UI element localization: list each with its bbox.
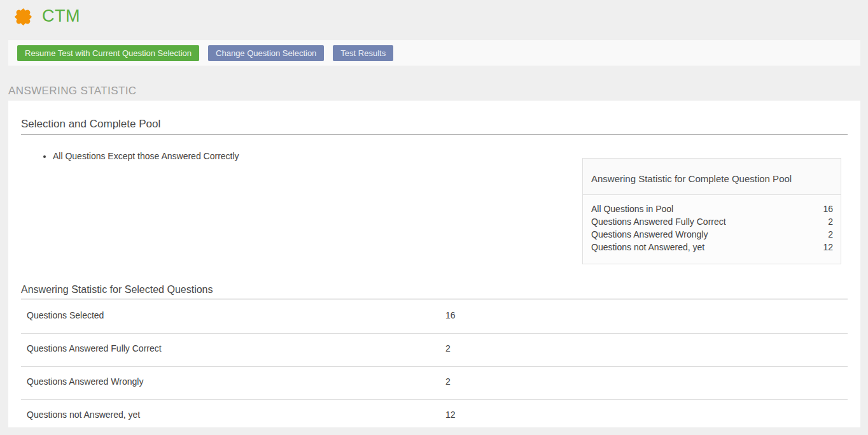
pool-stat-row: Questions Answered Wrongly 2	[591, 228, 833, 241]
test-results-button[interactable]: Test Results	[333, 45, 393, 61]
puzzle-icon	[12, 6, 34, 27]
row-value: 2	[445, 343, 451, 353]
stat-value: 2	[828, 215, 833, 228]
pool-stat-row: Questions not Answered, yet 12	[591, 241, 833, 253]
table-row: Questions Selected 16	[21, 301, 848, 334]
section-title: ANSWERING STATISTIC	[8, 85, 137, 97]
row-value: 12	[445, 410, 456, 420]
stat-label: All Questions in Pool	[591, 203, 673, 215]
table-row: Questions not Answered, yet 12	[21, 400, 848, 433]
row-value: 16	[445, 310, 456, 320]
toolbar: Resume Test with Current Question Select…	[8, 40, 860, 66]
row-label: Questions Selected	[27, 310, 104, 320]
pool-box-body: All Questions in Pool 16 Questions Answe…	[583, 195, 841, 264]
row-label: Questions Answered Wrongly	[27, 376, 143, 387]
change-question-selection-button[interactable]: Change Question Selection	[208, 45, 324, 61]
complete-pool-box: Answering Statistic for Complete Questio…	[582, 158, 841, 264]
stat-value: 2	[828, 228, 833, 241]
app-title: CTM	[42, 6, 80, 26]
pool-box-title: Answering Statistic for Complete Questio…	[583, 159, 841, 195]
pool-stat-row: Questions Answered Fully Correct 2	[591, 215, 833, 228]
table-row: Questions Answered Wrongly 2	[21, 367, 848, 400]
table-row: Questions Answered Fully Correct 2	[21, 334, 848, 367]
stat-label: Questions Answered Wrongly	[591, 228, 708, 241]
row-value: 2	[445, 376, 451, 387]
row-label: Questions Answered Fully Correct	[27, 343, 162, 353]
resume-test-button[interactable]: Resume Test with Current Question Select…	[17, 45, 199, 61]
stat-label: Questions Answered Fully Correct	[591, 215, 726, 228]
stat-value: 12	[823, 241, 833, 253]
selection-pool-section: All Questions Except those Answered Corr…	[21, 150, 848, 284]
selected-questions-heading: Answering Statistic for Selected Questio…	[21, 284, 848, 299]
row-label: Questions not Answered, yet	[27, 410, 140, 420]
selected-stats-table: Questions Selected 16 Questions Answered…	[21, 301, 848, 433]
pool-stat-row: All Questions in Pool 16	[591, 203, 833, 215]
stat-value: 16	[823, 203, 833, 215]
selection-pool-heading: Selection and Complete Pool	[21, 118, 848, 135]
stat-label: Questions not Answered, yet	[591, 241, 704, 253]
answering-statistic-card: Selection and Complete Pool All Question…	[8, 101, 860, 427]
